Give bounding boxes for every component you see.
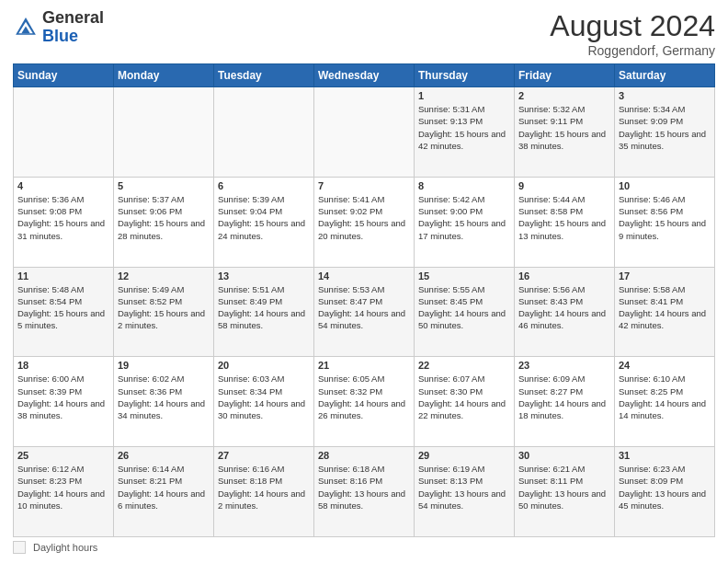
day-info: Sunrise: 5:46 AMSunset: 8:56 PMDaylight:… [619,193,711,242]
day-info: Sunrise: 5:51 AMSunset: 8:49 PMDaylight:… [218,283,310,332]
day-info: Sunrise: 5:41 AMSunset: 9:02 PMDaylight:… [318,193,410,242]
day-number: 21 [318,360,410,371]
day-number: 15 [418,270,510,282]
day-cell: 17Sunrise: 5:58 AMSunset: 8:41 PMDayligh… [615,267,715,357]
week-row-5: 25Sunrise: 6:12 AMSunset: 8:23 PMDayligh… [14,447,715,537]
day-info: Sunrise: 6:19 AMSunset: 8:13 PMDaylight:… [418,463,510,511]
day-info: Sunrise: 5:55 AMSunset: 8:45 PMDaylight:… [418,283,510,332]
day-info: Sunrise: 6:21 AMSunset: 8:11 PMDaylight:… [518,463,610,511]
day-info: Sunrise: 5:58 AMSunset: 8:41 PMDaylight:… [619,283,711,332]
day-number: 9 [518,180,610,191]
day-number: 18 [17,360,109,371]
day-number: 7 [318,180,410,191]
calendar-table: SundayMondayTuesdayWednesdayThursdayFrid… [13,63,715,537]
day-cell: 1Sunrise: 5:31 AMSunset: 9:13 PMDaylight… [415,87,515,178]
day-cell: 5Sunrise: 5:37 AMSunset: 9:06 PMDaylight… [114,177,214,267]
col-header-sunday: Sunday [14,64,114,87]
day-cell: 2Sunrise: 5:32 AMSunset: 9:11 PMDaylight… [515,87,615,178]
day-cell: 23Sunrise: 6:09 AMSunset: 8:27 PMDayligh… [515,357,615,447]
day-cell [114,87,214,178]
day-cell: 13Sunrise: 5:51 AMSunset: 8:49 PMDayligh… [214,267,314,357]
logo-icon [13,15,39,40]
day-info: Sunrise: 6:09 AMSunset: 8:27 PMDaylight:… [518,373,610,421]
day-cell: 24Sunrise: 6:10 AMSunset: 8:25 PMDayligh… [615,357,715,447]
day-cell: 16Sunrise: 5:56 AMSunset: 8:43 PMDayligh… [515,267,615,357]
day-cell: 29Sunrise: 6:19 AMSunset: 8:13 PMDayligh… [415,447,515,537]
logo: General Blue [13,9,104,46]
day-info: Sunrise: 5:49 AMSunset: 8:52 PMDaylight:… [118,283,210,332]
day-number: 16 [518,270,610,282]
day-number: 22 [418,360,510,371]
day-info: Sunrise: 6:03 AMSunset: 8:34 PMDaylight:… [218,373,310,421]
day-number: 12 [118,270,210,282]
week-row-2: 4Sunrise: 5:36 AMSunset: 9:08 PMDaylight… [14,177,715,267]
day-info: Sunrise: 6:14 AMSunset: 8:21 PMDaylight:… [118,463,210,511]
logo-general: General [42,8,104,27]
day-cell: 11Sunrise: 5:48 AMSunset: 8:54 PMDayligh… [14,267,114,357]
day-cell: 28Sunrise: 6:18 AMSunset: 8:16 PMDayligh… [314,447,415,537]
col-header-monday: Monday [114,64,214,87]
week-row-1: 1Sunrise: 5:31 AMSunset: 9:13 PMDaylight… [14,87,715,178]
day-cell: 20Sunrise: 6:03 AMSunset: 8:34 PMDayligh… [214,357,314,447]
col-header-wednesday: Wednesday [314,64,415,87]
day-info: Sunrise: 6:18 AMSunset: 8:16 PMDaylight:… [318,463,410,511]
day-cell: 31Sunrise: 6:23 AMSunset: 8:09 PMDayligh… [615,447,715,537]
month-year: August 2024 [550,9,715,43]
page: General Blue August 2024 Roggendorf, Ger… [0,0,728,563]
day-info: Sunrise: 5:56 AMSunset: 8:43 PMDaylight:… [518,283,610,332]
day-cell: 10Sunrise: 5:46 AMSunset: 8:56 PMDayligh… [615,177,715,267]
day-number: 24 [619,360,711,371]
day-info: Sunrise: 5:31 AMSunset: 9:13 PMDaylight:… [418,103,510,152]
day-cell: 27Sunrise: 6:16 AMSunset: 8:18 PMDayligh… [214,447,314,537]
day-number: 31 [619,450,711,461]
day-cell: 30Sunrise: 6:21 AMSunset: 8:11 PMDayligh… [515,447,615,537]
day-info: Sunrise: 6:10 AMSunset: 8:25 PMDaylight:… [619,373,711,421]
day-number: 19 [118,360,210,371]
day-info: Sunrise: 6:12 AMSunset: 8:23 PMDaylight:… [17,463,109,511]
day-number: 4 [17,180,109,191]
day-number: 26 [118,450,210,461]
day-cell: 26Sunrise: 6:14 AMSunset: 8:21 PMDayligh… [114,447,214,537]
day-cell: 14Sunrise: 5:53 AMSunset: 8:47 PMDayligh… [314,267,415,357]
day-cell: 25Sunrise: 6:12 AMSunset: 8:23 PMDayligh… [14,447,114,537]
day-info: Sunrise: 5:32 AMSunset: 9:11 PMDaylight:… [518,103,610,152]
day-cell: 8Sunrise: 5:42 AMSunset: 9:00 PMDaylight… [415,177,515,267]
header: General Blue August 2024 Roggendorf, Ger… [13,9,715,58]
day-cell: 7Sunrise: 5:41 AMSunset: 9:02 PMDaylight… [314,177,415,267]
day-cell: 21Sunrise: 6:05 AMSunset: 8:32 PMDayligh… [314,357,415,447]
day-number: 14 [318,270,410,282]
day-cell: 22Sunrise: 6:07 AMSunset: 8:30 PMDayligh… [415,357,515,447]
day-cell: 15Sunrise: 5:55 AMSunset: 8:45 PMDayligh… [415,267,515,357]
day-number: 17 [619,270,711,282]
day-number: 2 [518,90,610,101]
day-info: Sunrise: 6:02 AMSunset: 8:36 PMDaylight:… [118,373,210,421]
day-number: 8 [418,180,510,191]
day-info: Sunrise: 6:16 AMSunset: 8:18 PMDaylight:… [218,463,310,511]
day-number: 6 [218,180,310,191]
day-info: Sunrise: 5:42 AMSunset: 9:00 PMDaylight:… [418,193,510,242]
day-info: Sunrise: 6:23 AMSunset: 8:09 PMDaylight:… [619,463,711,511]
calendar-body: 1Sunrise: 5:31 AMSunset: 9:13 PMDaylight… [14,87,715,537]
week-row-3: 11Sunrise: 5:48 AMSunset: 8:54 PMDayligh… [14,267,715,357]
day-number: 1 [418,90,510,101]
col-header-thursday: Thursday [415,64,515,87]
day-cell: 12Sunrise: 5:49 AMSunset: 8:52 PMDayligh… [114,267,214,357]
day-info: Sunrise: 5:48 AMSunset: 8:54 PMDaylight:… [17,283,109,332]
day-info: Sunrise: 5:44 AMSunset: 8:58 PMDaylight:… [518,193,610,242]
col-header-saturday: Saturday [615,64,715,87]
logo-text: General Blue [42,9,104,46]
location: Roggendorf, Germany [550,43,715,58]
day-cell: 3Sunrise: 5:34 AMSunset: 9:09 PMDaylight… [615,87,715,178]
day-number: 27 [218,450,310,461]
day-cell [14,87,114,178]
day-number: 13 [218,270,310,282]
day-number: 11 [17,270,109,282]
day-number: 5 [118,180,210,191]
day-info: Sunrise: 6:07 AMSunset: 8:30 PMDaylight:… [418,373,510,421]
day-info: Sunrise: 6:00 AMSunset: 8:39 PMDaylight:… [17,373,109,421]
day-cell [214,87,314,178]
day-number: 28 [318,450,410,461]
day-cell: 18Sunrise: 6:00 AMSunset: 8:39 PMDayligh… [14,357,114,447]
day-cell: 4Sunrise: 5:36 AMSunset: 9:08 PMDaylight… [14,177,114,267]
daylight-box [13,541,26,554]
